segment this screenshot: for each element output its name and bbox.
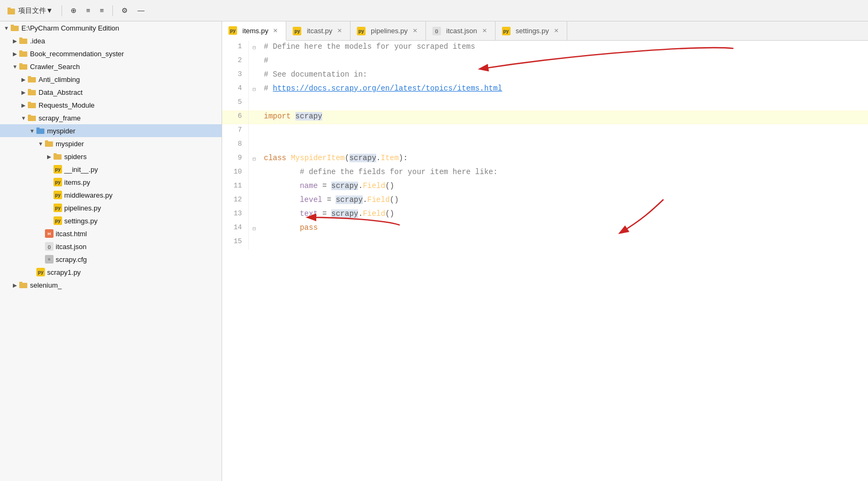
code-line-12: 12 level = scrapy.Field(): [222, 194, 868, 208]
separator-2: [112, 5, 113, 16]
comment-10: # define the fields for your item here l…: [300, 168, 498, 176]
sidebar-item-settings[interactable]: py settings.py: [0, 214, 222, 227]
line-fold-9[interactable]: ⊟: [249, 152, 260, 166]
requests-arrow: [19, 101, 28, 109]
line-number-4: 4: [222, 82, 249, 96]
tab-itcast-json[interactable]: {} itcast.json ✕: [426, 21, 496, 40]
minimize-btn[interactable]: —: [134, 4, 148, 17]
line-content-6: import scrapy: [260, 110, 868, 124]
sidebar-item-scrapy-cfg[interactable]: ≡ scrapy.cfg: [0, 253, 222, 266]
spiders-arrow: [45, 152, 54, 161]
sidebar-item-data[interactable]: Data_Abstract: [0, 86, 222, 99]
scrapy-ref-11: scrapy: [331, 182, 358, 190]
sidebar-item-scrapy-frame[interactable]: scrapy_frame: [0, 111, 222, 124]
code-line-11: 11 name = scrapy.Field(): [222, 180, 868, 194]
line-content-4: # https://docs.scrapy.org/en/latest/topi…: [260, 82, 868, 96]
project-files-btn[interactable]: 项目文件▼: [4, 4, 56, 18]
tab-itcast-json-close[interactable]: ✕: [481, 27, 489, 35]
sidebar-item-scrapy1[interactable]: py scrapy1.py: [0, 266, 222, 279]
field-call-11: Field: [363, 182, 385, 190]
tab-itcast-json-label: itcast.json: [446, 27, 477, 35]
sidebar-item-crawler[interactable]: Crawler_Search: [0, 60, 222, 73]
line-content-12: level = scrapy.Field(): [260, 194, 868, 208]
tab-items-py-label: items.py: [242, 27, 268, 35]
code-line-1: 1 ⊟ # Define here the models for your sc…: [222, 41, 868, 55]
tab-settings-py-close[interactable]: ✕: [552, 27, 560, 35]
sidebar-item-book[interactable]: Book_recommendation_syster: [0, 47, 222, 60]
sidebar-item-selenium[interactable]: selenium_: [0, 279, 222, 291]
sidebar-item-pipelines[interactable]: py pipelines.py: [0, 201, 222, 214]
line-content-3: # See documentation in:: [260, 69, 868, 82]
code-editor[interactable]: 1 ⊟ # Define here the models for your sc…: [222, 41, 868, 250]
tab-itcast-py-close[interactable]: ✕: [336, 27, 344, 35]
sidebar-item-middlewares[interactable]: py middlewares.py: [0, 189, 222, 201]
init-label: __init__.py: [64, 166, 98, 174]
line-content-9: class MyspiderItem(scrapy.Item):: [260, 152, 868, 166]
file-tree-sidebar: E:\PyCharm Community Edition .idea Book_…: [0, 21, 222, 481]
link-4[interactable]: https://docs.scrapy.org/en/latest/topics…: [273, 84, 502, 93]
line-fold-8: [249, 138, 260, 152]
tab-pipelines-py[interactable]: py pipelines.py ✕: [351, 21, 426, 40]
line-fold-14[interactable]: ⊟: [249, 222, 260, 236]
svg-rect-25: [19, 282, 22, 284]
code-line-8: 8: [222, 138, 868, 152]
init-arrow: [45, 165, 54, 174]
sidebar-item-itcast-html[interactable]: H itcast.html: [0, 227, 222, 240]
book-arrow: [11, 49, 19, 58]
main-layout: E:\PyCharm Community Edition .idea Book_…: [0, 21, 868, 481]
svg-rect-1: [7, 7, 11, 10]
tab-bar: py items.py ✕ py itcast.py ✕ py pipeline…: [222, 21, 868, 41]
line-fold-1[interactable]: ⊟: [249, 41, 260, 55]
scrapy-ref-12: scrapy: [336, 196, 362, 204]
structure-btn-2[interactable]: ≡: [96, 4, 107, 17]
settings-py-icon: py: [54, 216, 62, 225]
tab-pipelines-py-close[interactable]: ✕: [411, 27, 419, 35]
folder-toolbar-icon: [7, 7, 16, 14]
structure-btn-1[interactable]: ≡: [83, 4, 94, 17]
sidebar-item-idea[interactable]: .idea: [0, 34, 222, 47]
pipelines-py-icon: py: [54, 204, 62, 212]
line-number-6: 6: [222, 110, 249, 124]
sidebar-item-items[interactable]: py items.py: [0, 176, 222, 189]
attr-name-11: name: [300, 182, 318, 190]
tab-items-py-icon: py: [229, 26, 237, 35]
line-number-2: 2: [222, 55, 249, 69]
middlewares-py-icon: py: [54, 191, 62, 199]
sidebar-item-itcast-json[interactable]: {} itcast.json: [0, 240, 222, 253]
line-content-15: [260, 236, 868, 250]
tab-itcast-py[interactable]: py itcast.py ✕: [286, 21, 351, 40]
sidebar-item-myspider-dir[interactable]: myspider: [0, 124, 222, 137]
sidebar-item-requests[interactable]: Requests_Module: [0, 99, 222, 111]
svg-rect-21: [45, 140, 48, 142]
sidebar-item-init[interactable]: py __init__.py: [0, 163, 222, 176]
line-fold-6: [249, 110, 260, 124]
sidebar-item-myspider-sub[interactable]: myspider: [0, 137, 222, 150]
root-arrow: [2, 24, 11, 32]
import-keyword: import: [264, 112, 291, 121]
settings-btn[interactable]: ⚙: [118, 4, 131, 17]
data-folder-icon: [28, 88, 36, 96]
items-arrow: [45, 178, 54, 186]
comment-1: # Define here the models for your scrape…: [264, 42, 475, 51]
line-content-8: [260, 138, 868, 152]
tab-settings-py[interactable]: py settings.py ✕: [496, 21, 567, 40]
selenium-arrow: [11, 281, 19, 289]
tab-items-py[interactable]: py items.py ✕: [222, 21, 286, 41]
project-files-label: 项目文件▼: [18, 6, 53, 16]
line-fold-4[interactable]: ⊟: [249, 82, 260, 96]
sidebar-item-anti[interactable]: Anti_climbing: [0, 73, 222, 86]
line-content-10: # define the fields for your item here l…: [260, 166, 868, 180]
line-number-7: 7: [222, 124, 249, 138]
tab-itcast-json-icon: {}: [432, 27, 441, 35]
add-btn[interactable]: ⊕: [67, 4, 80, 17]
root-label: E:\PyCharm Community Edition: [21, 24, 119, 32]
idea-arrow: [11, 36, 19, 45]
sidebar-item-spiders[interactable]: spiders: [0, 150, 222, 163]
root-item[interactable]: E:\PyCharm Community Edition: [0, 21, 222, 34]
itcast-json-icon: {}: [45, 242, 54, 251]
tab-items-py-close[interactable]: ✕: [271, 27, 279, 35]
anti-folder-icon: [28, 76, 36, 83]
scrapy-frame-folder-icon: [28, 114, 36, 122]
tab-itcast-py-label: itcast.py: [307, 27, 332, 35]
svg-rect-7: [19, 50, 22, 52]
